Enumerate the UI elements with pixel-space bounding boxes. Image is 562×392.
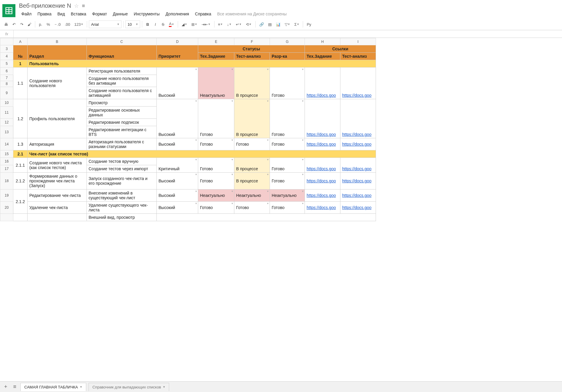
cell-E3[interactable]: Статусы [198, 45, 305, 53]
dropdown-icon[interactable]: ▼ [231, 139, 233, 142]
cell-C11[interactable]: Редактирование основных данных [87, 107, 157, 119]
star-icon[interactable]: ☆ [74, 3, 79, 9]
cell-F19[interactable]: ▼Неактуально [234, 189, 270, 202]
cell-C20[interactable]: Удаление существующего чек-листа [87, 202, 157, 214]
cell-D6[interactable]: ▼Высокий [157, 68, 198, 99]
row-hdr[interactable]: 10 [0, 99, 13, 107]
row-hdr[interactable] [0, 214, 13, 221]
dropdown-icon[interactable]: ▼ [267, 173, 269, 176]
font-select[interactable]: Arial▼ [89, 20, 121, 28]
row-hdr[interactable]: 14 [0, 138, 13, 150]
cell-D18[interactable]: ▼Высокий [157, 173, 198, 189]
cell-A10[interactable]: 1.2 [13, 99, 28, 138]
cell-F14[interactable]: ▼Готово [234, 138, 270, 150]
menu-tools[interactable]: Инструменты [131, 10, 162, 17]
cell-C3[interactable]: Функционал [87, 45, 157, 60]
cell-I10[interactable]: https://docs.goo [340, 99, 376, 138]
dropdown-icon[interactable]: ▼ [267, 190, 269, 193]
cell-I18[interactable]: https://docs.goo [340, 173, 376, 189]
wrap-icon[interactable]: ↵ ▼ [234, 20, 244, 28]
cell-B20[interactable]: Удаление чек-листа [28, 202, 87, 214]
cell-H20[interactable]: https://docs.goo [305, 202, 340, 214]
row-hdr[interactable]: 3 [0, 45, 13, 53]
dropdown-icon[interactable]: ▼ [231, 202, 233, 205]
cell-C9[interactable]: Создание нового пользователя с активацие… [87, 87, 157, 99]
dropdown-icon[interactable]: ▼ [195, 68, 197, 71]
col-hdr-H[interactable]: H [305, 38, 340, 45]
cell-E18[interactable]: ▼Готово [198, 173, 234, 189]
cell-G10[interactable]: ▼Готово [270, 99, 305, 138]
dropdown-icon[interactable]: ▼ [302, 173, 304, 176]
dropdown-icon[interactable]: ▼ [302, 68, 304, 71]
dropdown-icon[interactable]: ▼ [267, 68, 269, 71]
cell[interactable] [13, 214, 28, 221]
row-hdr[interactable]: 5 [0, 60, 13, 68]
dropdown-icon[interactable]: ▼ [195, 139, 197, 142]
percent-button[interactable]: % [45, 20, 52, 28]
cell-A19[interactable]: 2.1.2 [13, 189, 28, 214]
cell-G20[interactable]: ▼Готово [270, 202, 305, 214]
cell-G14[interactable]: ▼Готово [270, 138, 305, 150]
menu-view[interactable]: Вид [55, 10, 67, 17]
increase-decimal-button[interactable]: .00 [63, 20, 72, 28]
row-hdr[interactable]: 9 [0, 87, 13, 99]
cell-A15[interactable]: 2.1 [13, 150, 28, 158]
cell-G6[interactable]: ▼Готово [270, 68, 305, 99]
borders-icon[interactable]: ⊞ ▼ [190, 20, 199, 28]
row-hdr[interactable]: 11 [0, 107, 13, 119]
text-color-button[interactable]: A ▼ [167, 20, 176, 28]
more-formats-button[interactable]: 123 ▼ [73, 20, 85, 28]
cell-A6[interactable]: 1.1 [13, 68, 28, 99]
cell-D10[interactable]: ▼Высокий [157, 99, 198, 138]
dropdown-icon[interactable]: ▼ [302, 190, 304, 193]
dropdown-icon[interactable]: ▼ [267, 158, 269, 161]
cell-F4[interactable]: Тест-анализ [234, 53, 270, 60]
dropdown-icon[interactable]: ▼ [267, 100, 269, 102]
dropdown-icon[interactable]: ▼ [231, 158, 233, 161]
merge-icon[interactable]: ⇥⇤ ▼ [200, 20, 212, 28]
cell-A18[interactable]: 2.1.2 [13, 173, 28, 189]
sheets-logo[interactable] [2, 4, 15, 17]
dropdown-icon[interactable]: ▼ [231, 68, 233, 71]
italic-button[interactable]: I [152, 20, 159, 28]
paint-format-icon[interactable]: 🖌 [26, 20, 33, 28]
doc-title[interactable]: Веб-приложение N [19, 2, 71, 9]
print-icon[interactable]: 🖶 [2, 20, 10, 28]
dropdown-icon[interactable]: ▼ [231, 100, 233, 102]
cell[interactable] [28, 214, 87, 221]
menu-help[interactable]: Справка [193, 10, 214, 17]
row-hdr[interactable]: 13 [0, 126, 13, 138]
cell-A5[interactable]: 1 [13, 60, 28, 68]
cell-B3[interactable]: Раздел [28, 45, 87, 60]
cell-G16[interactable]: ▼Готово [270, 158, 305, 173]
cell-I6[interactable]: https://docs.goo [340, 68, 376, 99]
row-hdr[interactable]: 15 [0, 150, 13, 158]
cell-G4[interactable]: Разр-ка [270, 53, 305, 60]
cell-H3[interactable]: Ссылки [305, 45, 376, 53]
cell-F6[interactable]: ▼В процессе [234, 68, 270, 99]
col-hdr-A[interactable]: A [13, 38, 28, 45]
row-hdr[interactable]: 12 [0, 119, 13, 126]
cell-E20[interactable]: ▼Готово [198, 202, 234, 214]
cell-A14[interactable]: 1.3 [13, 138, 28, 150]
cell-G18[interactable]: ▼Готово [270, 173, 305, 189]
currency-button[interactable]: р. [37, 20, 44, 28]
dropdown-icon[interactable]: ▼ [302, 158, 304, 161]
cell-B19[interactable]: Редактирование чек-листа [28, 189, 87, 202]
dropdown-icon[interactable]: ▼ [231, 190, 233, 193]
cell-C14[interactable]: Авторизация пользователя с разными стату… [87, 138, 157, 150]
col-hdr-B[interactable]: B [28, 38, 87, 45]
cell-C19[interactable]: Внесение изменений в существующий чек-ли… [87, 189, 157, 202]
menu-file[interactable]: Файл [19, 10, 34, 17]
cell-C6[interactable]: Регистрация пользователя [87, 68, 157, 75]
dropdown-icon[interactable]: ▼ [195, 190, 197, 193]
cell-G19[interactable]: ▼Неактуально [270, 189, 305, 202]
undo-icon[interactable]: ↶ [10, 20, 17, 28]
dropdown-icon[interactable]: ▼ [302, 202, 304, 205]
cell-C7[interactable]: Создание нового пользователя без активац… [87, 75, 157, 87]
cell-C10[interactable]: Просмотр [87, 99, 157, 107]
cell-D16[interactable]: ▼Критичный [157, 158, 198, 173]
align-icon[interactable]: ≡ ▼ [216, 20, 225, 28]
menu-edit[interactable]: Правка [35, 10, 54, 17]
font-size-select[interactable]: 10▼ [125, 20, 140, 28]
